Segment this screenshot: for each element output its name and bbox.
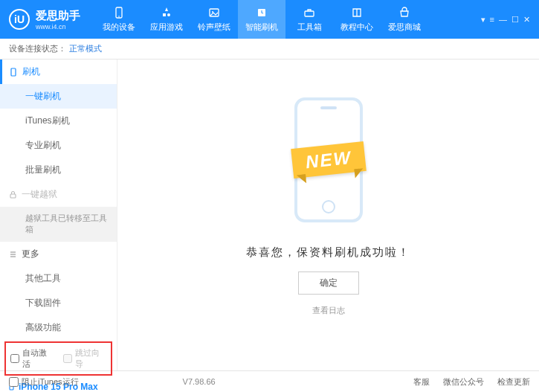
svg-rect-8 bbox=[10, 194, 16, 198]
version-label: V7.98.66 bbox=[183, 377, 216, 386]
sidebar-item-other-tools[interactable]: 其他工具 bbox=[0, 266, 117, 291]
brand-name: 爱思助手 bbox=[36, 9, 80, 23]
block-itunes-input[interactable] bbox=[9, 377, 19, 387]
svg-rect-7 bbox=[11, 68, 16, 76]
status-mode: 正常模式 bbox=[69, 43, 102, 54]
phone-small-icon bbox=[9, 68, 18, 77]
sidebar-group-more[interactable]: 更多 bbox=[0, 242, 117, 266]
footer-link-wechat[interactable]: 微信公众号 bbox=[443, 376, 484, 388]
sidebar-item-download-fw[interactable]: 下载固件 bbox=[0, 291, 117, 315]
sidebar: 刷机 一键刷机 iTunes刷机 专业刷机 批量刷机 一键越狱 越狱工具已转移至… bbox=[0, 60, 117, 370]
menu-icon[interactable]: ▾ bbox=[481, 15, 485, 25]
nav-store[interactable]: 爱思商城 bbox=[381, 0, 428, 39]
sidebar-group-flash[interactable]: 刷机 bbox=[0, 60, 117, 84]
status-label: 设备连接状态： bbox=[9, 43, 66, 54]
footer-link-support[interactable]: 客服 bbox=[413, 376, 430, 388]
nav-toolbox[interactable]: 工具箱 bbox=[285, 0, 333, 39]
block-itunes-checkbox[interactable]: 阻止iTunes运行 bbox=[9, 376, 79, 388]
logo: iU 爱思助手 www.i4.cn bbox=[9, 9, 80, 30]
ok-button[interactable]: 确定 bbox=[298, 271, 359, 295]
maximize-icon[interactable]: ☐ bbox=[511, 15, 519, 25]
nav-my-device[interactable]: 我的设备 bbox=[95, 0, 143, 39]
toolbox-icon bbox=[303, 6, 316, 19]
flash-icon bbox=[255, 6, 268, 19]
status-bar: 设备连接状态： 正常模式 bbox=[0, 39, 539, 60]
highlight-box: 自动激活 跳过向导 bbox=[4, 341, 112, 376]
svg-point-6 bbox=[524, 45, 527, 48]
nav-tutorials[interactable]: 教程中心 bbox=[333, 0, 381, 39]
sidebar-item-pro[interactable]: 专业刷机 bbox=[0, 133, 117, 158]
svg-point-1 bbox=[118, 16, 120, 17]
success-illustration: NEW bbox=[265, 89, 392, 231]
skip-guide-input bbox=[63, 354, 72, 363]
success-message: 恭喜您，保资料刷机成功啦！ bbox=[246, 245, 410, 260]
logo-icon: iU bbox=[9, 9, 30, 30]
minimize-icon[interactable]: — bbox=[499, 15, 507, 25]
sidebar-item-oneclick[interactable]: 一键刷机 bbox=[0, 84, 117, 109]
nav-apps[interactable]: 应用游戏 bbox=[143, 0, 190, 39]
view-log-link[interactable]: 查看日志 bbox=[312, 305, 345, 316]
download-icon[interactable] bbox=[506, 43, 515, 52]
svg-rect-5 bbox=[305, 11, 314, 16]
sidebar-group-jailbreak: 一键越狱 bbox=[0, 182, 117, 207]
auto-activate-checkbox[interactable]: 自动激活 bbox=[10, 347, 54, 370]
phone-icon bbox=[112, 6, 126, 19]
nav-flash[interactable]: 智能刷机 bbox=[238, 0, 285, 39]
footer-link-update[interactable]: 检查更新 bbox=[497, 376, 530, 388]
titlebar: iU 爱思助手 www.i4.cn 我的设备 应用游戏 铃声壁纸 智能刷机 工具… bbox=[0, 0, 539, 39]
auto-activate-input[interactable] bbox=[10, 354, 19, 363]
sidebar-item-itunes[interactable]: iTunes刷机 bbox=[0, 109, 117, 133]
apps-icon bbox=[160, 6, 173, 19]
user-icon[interactable] bbox=[521, 43, 530, 52]
skip-guide-checkbox: 跳过向导 bbox=[63, 347, 107, 370]
brand-url: www.i4.cn bbox=[36, 23, 80, 30]
sidebar-item-advanced[interactable]: 高级功能 bbox=[0, 315, 117, 340]
sidebar-jailbreak-note: 越狱工具已转移至工具箱 bbox=[0, 207, 117, 242]
image-icon bbox=[207, 6, 221, 19]
settings-icon[interactable]: ≡ bbox=[490, 15, 494, 25]
main-nav: 我的设备 应用游戏 铃声壁纸 智能刷机 工具箱 教程中心 爱思商城 bbox=[95, 0, 428, 39]
main-panel: NEW 恭喜您，保资料刷机成功啦！ 确定 查看日志 bbox=[117, 60, 539, 370]
nav-ringtones[interactable]: 铃声壁纸 bbox=[190, 0, 238, 39]
lock-icon bbox=[9, 190, 17, 199]
list-icon bbox=[9, 250, 17, 258]
sidebar-item-batch[interactable]: 批量刷机 bbox=[0, 158, 117, 182]
window-controls: ▾ ≡ — ☐ ✕ bbox=[481, 15, 530, 25]
book-icon bbox=[350, 6, 364, 19]
store-icon bbox=[398, 6, 411, 19]
close-icon[interactable]: ✕ bbox=[523, 15, 530, 25]
